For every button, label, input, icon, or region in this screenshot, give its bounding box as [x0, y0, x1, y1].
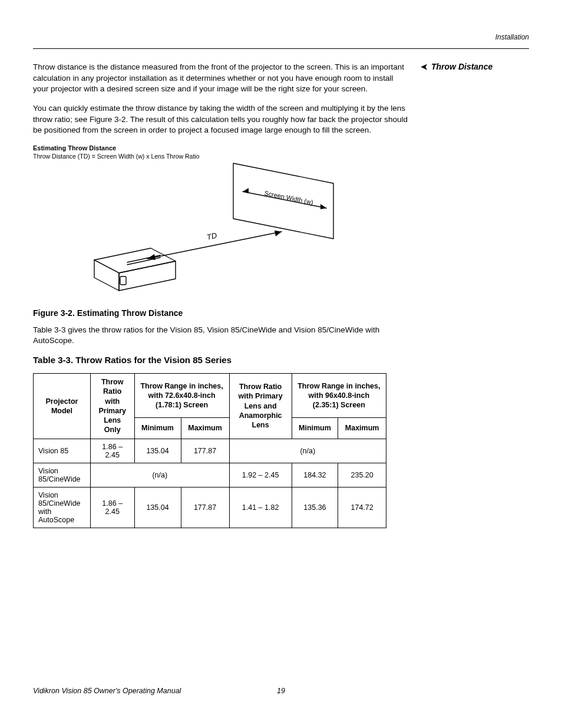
th-model: Projector Model [34, 374, 91, 439]
content-row: Throw distance is the distance measured … [33, 62, 529, 528]
th-range-235: Throw Range in inches, with 96x40.8-inch… [292, 374, 386, 418]
throw-distance-diagram: Screen Width (w) TD [33, 162, 339, 298]
td-label: TD [206, 230, 218, 241]
cell-max178: 177.87 [181, 439, 229, 463]
svg-marker-3 [320, 204, 326, 209]
cell-model: Vision 85/CineWide with AutoScope [34, 487, 91, 528]
cell-min178: 135.04 [134, 487, 181, 528]
cell-max235: 235.20 [338, 463, 386, 487]
cell-model: Vision 85/CineWide [34, 463, 91, 487]
cell-max178: 177.87 [181, 487, 229, 528]
th-ratio-primary: Throw Ratio with Primary Lens Only [90, 374, 134, 439]
main-column: Throw distance is the distance measured … [33, 62, 410, 528]
footer-page-number: 19 [33, 687, 529, 695]
svg-marker-8 [119, 261, 176, 291]
svg-rect-10 [120, 276, 126, 285]
cell-min235: 135.36 [292, 487, 338, 528]
side-heading-text: Throw Distance [431, 62, 492, 71]
table-row: Vision 85/CineWide (n/a) 1.92 – 2.45 184… [34, 463, 386, 487]
diagram-block: Estimating Throw Distance Throw Distance… [33, 144, 410, 298]
diagram-formula: Throw Distance (TD) = Screen Width (w) x… [33, 153, 410, 160]
side-column: ➤ Throw Distance [421, 62, 529, 528]
cell-model: Vision 85 [34, 439, 91, 463]
table-title: Table 3-3. Throw Ratios for the Vision 8… [33, 355, 410, 365]
th-range-178: Throw Range in inches, with 72.6x40.8-in… [134, 374, 229, 418]
header-section: Installation [33, 33, 529, 41]
cell-min235: 184.32 [292, 463, 338, 487]
cell-ratio-primary: 1.86 – 2.45 [90, 487, 134, 528]
screen-width-label: Screen Width (w) [264, 189, 314, 206]
cell-ratio-primary: 1.86 – 2.45 [90, 439, 134, 463]
table-header-row-1: Projector Model Throw Ratio with Primary… [34, 374, 386, 418]
diagram-title: Estimating Throw Distance [33, 144, 410, 151]
paragraph-3: Table 3-3 gives the throw ratios for the… [33, 325, 410, 347]
svg-marker-0 [233, 163, 333, 239]
th-min-235: Minimum [292, 417, 338, 439]
header-rule [33, 48, 529, 49]
throw-ratios-table: Projector Model Throw Ratio with Primary… [33, 373, 386, 528]
cell-ratio-anamorphic: 1.92 – 2.45 [229, 463, 292, 487]
svg-marker-6 [275, 230, 282, 236]
th-ratio-anamorphic: Throw Ratio with Primary Lens and Anamor… [229, 374, 292, 439]
cell-max235: 174.72 [338, 487, 386, 528]
th-max-178: Maximum [181, 417, 229, 439]
figure-caption: Figure 3-2. Estimating Throw Distance [33, 308, 410, 318]
paragraph-2: You can quickly estimate the throw dista… [33, 103, 410, 136]
page-footer: Vidikron Vision 85 Owner's Operating Man… [33, 687, 529, 695]
side-heading: ➤ Throw Distance [421, 62, 529, 71]
cell-na-right: (n/a) [229, 439, 386, 463]
table-row: Vision 85 1.86 – 2.45 135.04 177.87 (n/a… [34, 439, 386, 463]
table-row: Vision 85/CineWide with AutoScope 1.86 –… [34, 487, 386, 528]
th-max-235: Maximum [338, 417, 386, 439]
cell-ratio-anamorphic: 1.41 – 1.82 [229, 487, 292, 528]
paragraph-1: Throw distance is the distance measured … [33, 62, 410, 95]
cell-na-left: (n/a) [90, 463, 229, 487]
cell-min178: 135.04 [134, 439, 181, 463]
th-min-178: Minimum [134, 417, 181, 439]
svg-marker-9 [94, 260, 119, 291]
arrow-left-icon: ➤ [421, 62, 428, 71]
